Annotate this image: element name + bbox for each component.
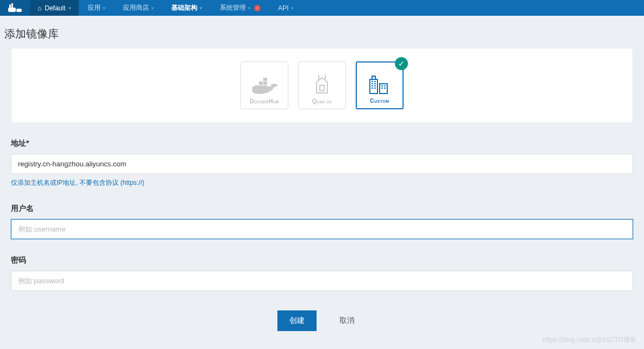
password-label: 密码 — [11, 255, 633, 265]
username-label: 用户名 — [11, 204, 633, 214]
registry-form: 地址* 仅添加主机名或IP地址, 不要包含协议 (https://) 用户名 密… — [0, 139, 644, 291]
registry-type-card: DockerHub ✓ Quay.io ✓ Custom ✓ — [11, 48, 633, 122]
cancel-button[interactable]: 取消 — [327, 310, 367, 331]
page-title: 添加镜像库 — [0, 16, 644, 48]
svg-rect-2 — [9, 4, 11, 8]
nav-admin[interactable]: 系统管理▾! — [211, 0, 269, 16]
registry-option-label: Custom — [370, 98, 389, 104]
username-input[interactable] — [11, 219, 633, 239]
chevron-down-icon: ▾ — [248, 5, 251, 11]
svg-rect-12 — [370, 79, 377, 94]
registry-option-custom[interactable]: Custom ✓ — [356, 61, 404, 109]
dockerhub-icon — [241, 72, 288, 98]
registry-option-quay[interactable]: Quay.io ✓ — [298, 61, 346, 109]
svg-rect-7 — [259, 82, 263, 85]
create-button[interactable]: 创建 — [277, 310, 317, 331]
chevron-down-icon: ▾ — [291, 5, 294, 11]
address-label: 地址* — [11, 139, 633, 148]
svg-rect-1 — [16, 9, 22, 12]
environment-selector[interactable]: ⌂ Default ▾ — [30, 0, 79, 16]
custom-icon — [357, 72, 403, 98]
quay-icon — [299, 72, 345, 98]
nav-catalog[interactable]: 应用商店▾ — [114, 0, 163, 16]
alert-badge: ! — [254, 5, 261, 11]
chevron-down-icon: ▾ — [151, 5, 154, 11]
brand-logo[interactable] — [0, 0, 30, 16]
nav-infrastructure[interactable]: 基础架构▾ — [163, 0, 211, 16]
svg-rect-9 — [263, 78, 267, 81]
form-actions: 创建 取消 — [0, 310, 644, 342]
svg-rect-8 — [263, 82, 267, 85]
registry-options: DockerHub ✓ Quay.io ✓ Custom ✓ — [240, 61, 404, 109]
svg-rect-0 — [8, 8, 16, 12]
password-input[interactable] — [11, 271, 633, 291]
registry-option-label: Quay.io — [312, 98, 331, 104]
environment-label: Default — [45, 4, 65, 12]
address-hint: 仅添加主机名或IP地址, 不要包含协议 (https://) — [11, 178, 633, 188]
svg-rect-3 — [11, 3, 13, 8]
svg-rect-13 — [380, 84, 387, 94]
chevron-down-icon: ▾ — [103, 5, 106, 11]
registry-option-label: DockerHub — [250, 98, 279, 104]
chevron-down-icon: ▾ — [200, 5, 202, 11]
nav-apps[interactable]: 应用▾ — [79, 0, 114, 16]
svg-rect-11 — [320, 85, 324, 91]
chevron-down-icon: ▾ — [69, 5, 71, 11]
home-icon: ⌂ — [38, 4, 41, 12]
main-nav: 应用▾ 应用商店▾ 基础架构▾ 系统管理▾! API▾ — [79, 0, 302, 16]
rancher-logo-icon — [8, 3, 22, 13]
top-navigation: ⌂ Default ▾ 应用▾ 应用商店▾ 基础架构▾ 系统管理▾! API▾ — [0, 0, 644, 16]
nav-api[interactable]: API▾ — [269, 0, 302, 16]
svg-point-10 — [271, 84, 277, 87]
registry-option-dockerhub[interactable]: DockerHub ✓ — [240, 61, 288, 109]
check-icon: ✓ — [395, 57, 408, 70]
address-input[interactable] — [11, 154, 633, 174]
